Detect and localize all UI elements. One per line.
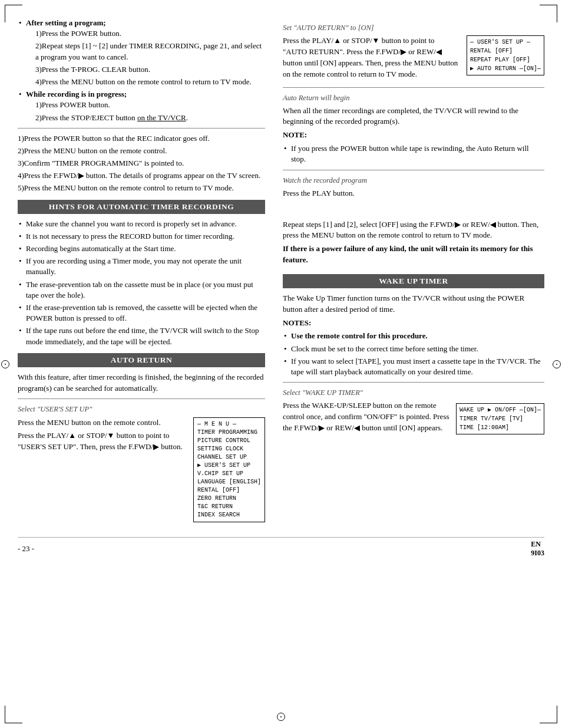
menu-box: — M E N U — TIMER PROGRAMMING PICTURE CO… (193, 417, 265, 522)
wake-note-3: If you want to select [TAPE], you must i… (283, 356, 544, 377)
divider-5 (283, 382, 544, 383)
select-users-title: Select "USER'S SET UP" (18, 404, 265, 414)
bullet-after-setting: After setting a program; 1)Press the POW… (18, 18, 265, 87)
after-setting-item-3: 3)Press the T-PROG. CLEAR button. (35, 64, 265, 75)
menu-box-line-1: TIMER PROGRAMMING (197, 429, 261, 437)
numbered-step-2: 2)Press the MENU button on the remote co… (18, 146, 265, 156)
hints-bullet-1: Make sure the channel you want to record… (18, 219, 265, 229)
users-set-box-0: — USER'S SET UP — (470, 38, 541, 47)
page-footer: - 23 - EN 9I03 (18, 537, 544, 558)
after-setting-item-1: 1)Press the POWER button. (35, 28, 265, 39)
bullet-after-setting-label: After setting a program; (26, 18, 106, 27)
divider-2 (18, 398, 265, 399)
hints-bullet-6: If the erase-prevention tab is removed, … (18, 302, 265, 324)
auto-return-begin-title: Auto Return will begin (283, 93, 544, 103)
while-recording-item-2: 2)Press the STOP/EJECT button on the TV/… (35, 113, 265, 123)
watch-recorded-title: Watch the recorded program (283, 175, 544, 186)
repeat-steps-text: Repeat steps [1] and [2], select [OFF] u… (283, 219, 544, 242)
numbered-step-3: 3)Confirm "TIMER PROGRAMMING" is pointed… (18, 158, 265, 169)
hints-bullet-7: If the tape runs out before the end time… (18, 325, 265, 347)
watch-recorded-text: Press the PLAY button. (283, 188, 544, 199)
menu-box-line-0: — M E N U — (197, 420, 261, 429)
section1-bullets: After setting a program; 1)Press the POW… (18, 18, 265, 123)
users-set-box: — USER'S SET UP — RENTAL [OFF] REPEAT PL… (467, 35, 544, 75)
wake-up-notes: Use the remote control for this procedur… (283, 331, 544, 377)
hints-header: HINTS FOR AUTOMATIC TIMER RECORDING (18, 200, 265, 214)
after-setting-item-2: 2)Repeat steps [1] ~ [2] under TIMER REC… (35, 41, 265, 62)
footer-lang: EN 9I03 (531, 540, 544, 558)
numbered-step-5: 5)Press the MENU button on the remote co… (18, 183, 265, 193)
hints-bullet-3: Recording begins automatically at the St… (18, 243, 265, 254)
left-column: After setting a program; 1)Press the POW… (18, 18, 265, 525)
select-users-section: — M E N U — TIMER PROGRAMMING PICTURE CO… (18, 417, 265, 525)
select-wake-title: Select "WAKE UP TIMER" (283, 387, 544, 398)
right-column: Set "AUTO RETURN" to [ON] — USER'S SET U… (277, 18, 544, 525)
wake-box-line-2: TIME [12:00AM] (459, 423, 541, 432)
menu-box-line-8: RENTAL [OFF] (197, 486, 261, 495)
numbered-step-4: 4)Press the F.FWD/▶ button. The details … (18, 170, 265, 181)
wake-up-box: WAKE UP ▶ ON/OFF —[ON]— TIMER TV/TAPE [T… (456, 403, 544, 434)
users-set-box-3: ▶ AUTO RETURN —[ON]— (470, 64, 541, 73)
menu-box-line-9: ZERO RETURN (197, 495, 261, 503)
note-label: NOTE: (283, 130, 544, 141)
note-bullets: If you press the POWER button while tape… (283, 143, 544, 164)
auto-return-intro: With this feature, after timer recording… (18, 372, 265, 394)
while-recording-items: 1)Press POWER button. 2)Press the STOP/E… (26, 100, 265, 123)
users-set-box-2: REPEAT PLAY [OFF] (470, 55, 541, 64)
wake-box-line-1: TIMER TV/TAPE [TV] (459, 414, 541, 423)
page: After setting a program; 1)Press the POW… (0, 0, 562, 728)
wake-up-intro: The Wake Up Timer function turns on the … (283, 293, 544, 315)
menu-box-line-10: T&C RETURN (197, 503, 261, 511)
menu-box-line-5: ▶ USER'S SET UP (197, 462, 261, 470)
note-bullet-1: If you press the POWER button while tape… (283, 143, 544, 164)
select-wake-section: WAKE UP ▶ ON/OFF —[ON]— TIMER TV/TAPE [T… (283, 400, 544, 436)
menu-box-line-3: SETTING CLOCK (197, 445, 261, 453)
divider-1 (18, 128, 265, 129)
menu-box-line-11: INDEX SEARCH (197, 511, 261, 519)
menu-box-line-4: CHANNEL SET UP (197, 453, 261, 462)
hints-bullet-4: If you are recording using a Timer mode,… (18, 256, 265, 277)
users-set-box-1: RENTAL [OFF] (470, 47, 541, 55)
auto-return-begin-text: When all the timer recordings are comple… (283, 106, 544, 128)
right-col-inner: Set "AUTO RETURN" to [ON] — USER'S SET U… (277, 22, 544, 436)
wake-note-2: Clock must be set to the correct time be… (283, 344, 544, 354)
menu-box-line-7: LANGUAGE [ENGLISH] (197, 478, 261, 486)
numbered-steps: 1)Press the POWER button so that the REC… (18, 133, 265, 194)
wake-box-line-0: WAKE UP ▶ ON/OFF —[ON]— (459, 406, 541, 414)
after-setting-items: 1)Press the POWER button. 2)Repeat steps… (26, 28, 265, 87)
while-recording-item-1: 1)Press POWER button. (35, 100, 265, 110)
notes-label: NOTES: (283, 318, 544, 329)
footer-page-number: - 23 - (18, 544, 34, 554)
divider-4 (283, 170, 544, 170)
wake-up-header: WAKE UP TIMER (283, 274, 544, 288)
on-tv-vcr-text: on the TV/VCR (137, 113, 186, 122)
spacer (283, 202, 544, 219)
hints-bullet-5: The erase-prevention tab on the cassette… (18, 279, 265, 301)
power-failure-text: If there is a power failure of any kind,… (283, 243, 544, 266)
hints-bullet-2: It is not necessary to press the RECORD … (18, 231, 265, 242)
divider-3 (283, 87, 544, 88)
bullet-while-recording: While recording is in progress; 1)Press … (18, 89, 265, 123)
auto-return-header: AUTO RETURN (18, 353, 265, 367)
numbered-step-1: 1)Press the POWER button so that the REC… (18, 133, 265, 144)
bullet-while-recording-label: While recording is in progress; (26, 90, 127, 98)
set-auto-return-title: Set "AUTO RETURN" to [ON] (283, 22, 544, 33)
wake-note-1: Use the remote control for this procedur… (283, 331, 544, 341)
after-setting-item-4: 4)Press the MENU button on the remote co… (35, 77, 265, 87)
menu-box-line-6: V.CHIP SET UP (197, 470, 261, 478)
main-layout: After setting a program; 1)Press the POW… (18, 18, 544, 525)
set-auto-return-section: — USER'S SET UP — RENTAL [OFF] REPEAT PL… (283, 35, 544, 82)
menu-box-line-2: PICTURE CONTROL (197, 437, 261, 445)
hints-bullets: Make sure the channel you want to record… (18, 219, 265, 347)
